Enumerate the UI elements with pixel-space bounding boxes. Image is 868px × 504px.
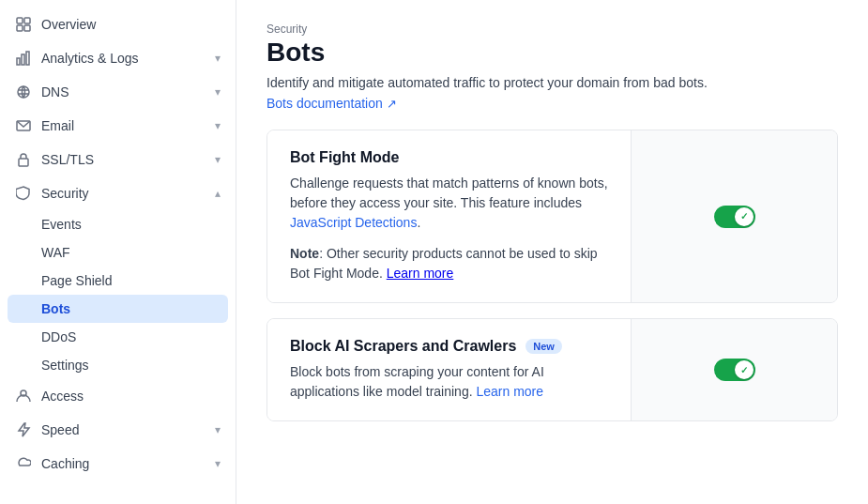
page-title: Bots	[266, 38, 838, 68]
sidebar-item-security[interactable]: Security ▴	[0, 176, 236, 210]
svg-rect-1	[24, 18, 30, 23]
sidebar-item-speed[interactable]: Speed ▾	[0, 413, 236, 447]
grid-icon	[15, 16, 32, 33]
chevron-down-icon: ▾	[215, 119, 221, 132]
bot-fight-mode-toggle[interactable]: ✓	[714, 206, 755, 228]
card-content: Bot Fight Mode Challenge requests that m…	[267, 130, 631, 302]
sidebar-item-label: Analytics & Logs	[41, 51, 206, 66]
card-toggle-area: ✓	[631, 130, 837, 302]
page-description: Identify and mitigate automated traffic …	[266, 75, 838, 90]
card-title: Block AI Scrapers and Crawlers New	[290, 338, 608, 355]
card-content: Block AI Scrapers and Crawlers New Block…	[267, 319, 631, 420]
bot-fight-mode-card: Bot Fight Mode Challenge requests that m…	[266, 130, 838, 303]
sidebar-item-dns[interactable]: DNS ▾	[0, 75, 236, 109]
sidebar-item-label: Caching	[41, 456, 206, 471]
check-icon: ✓	[740, 211, 748, 221]
page-section-label: Security	[266, 23, 838, 36]
new-badge: New	[525, 339, 562, 354]
svg-rect-5	[22, 54, 24, 65]
sidebar-subitem-events[interactable]: Events	[0, 210, 236, 238]
chevron-down-icon: ▾	[215, 457, 221, 470]
docs-link[interactable]: Bots documentation ↗	[266, 96, 397, 111]
doc-link-label: Bots documentation	[266, 96, 383, 111]
card-toggle-area: ✓	[631, 319, 837, 420]
toggle-knob: ✓	[735, 207, 754, 226]
sidebar-item-label: DNS	[41, 84, 206, 99]
sidebar-item-label: Security	[41, 186, 206, 201]
svg-rect-0	[17, 18, 23, 23]
sidebar-item-caching[interactable]: Caching ▾	[0, 447, 236, 481]
sidebar-item-label: Email	[41, 118, 206, 133]
shield-icon	[15, 185, 32, 202]
external-link-icon: ↗	[387, 97, 397, 111]
cloud-icon	[15, 455, 32, 472]
sidebar-item-label: SSL/TLS	[41, 152, 206, 167]
block-ai-scrapers-card: Block AI Scrapers and Crawlers New Block…	[266, 318, 838, 421]
chevron-down-icon: ▾	[215, 153, 221, 166]
sidebar-item-email[interactable]: Email ▾	[0, 109, 236, 143]
sidebar-item-label: Access	[41, 389, 221, 404]
chevron-down-icon: ▾	[215, 423, 221, 436]
learn-more-link[interactable]: Learn more	[387, 266, 454, 281]
chevron-down-icon: ▾	[215, 85, 221, 99]
learn-more-link[interactable]: Learn more	[476, 384, 543, 399]
lock-icon	[15, 151, 32, 168]
network-icon	[15, 84, 32, 100]
svg-rect-6	[26, 52, 29, 65]
svg-rect-9	[19, 159, 28, 166]
bolt-icon	[15, 421, 32, 438]
toggle-knob: ✓	[735, 360, 754, 379]
sidebar-item-overview[interactable]: Overview	[0, 8, 236, 41]
sidebar-subitem-ddos[interactable]: DDoS	[0, 323, 236, 351]
mail-icon	[15, 117, 32, 134]
main-content: Security Bots Identify and mitigate auto…	[236, 0, 868, 504]
sidebar-subitem-settings[interactable]: Settings	[0, 351, 236, 379]
sidebar-subitem-bots[interactable]: Bots	[8, 295, 228, 323]
card-body: Challenge requests that match patterns o…	[290, 174, 608, 233]
chevron-down-icon: ▾	[215, 52, 221, 65]
chevron-up-icon: ▴	[215, 187, 221, 200]
card-note: Note: Other security products cannot be …	[290, 244, 608, 283]
sidebar-subitem-page-shield[interactable]: Page Shield	[0, 267, 236, 295]
svg-point-7	[18, 86, 29, 98]
sidebar: Overview Analytics & Logs ▾ DNS ▾	[0, 0, 236, 504]
svg-rect-3	[24, 25, 30, 31]
sidebar-item-access[interactable]: Access	[0, 379, 236, 413]
card-title: Bot Fight Mode	[290, 149, 608, 166]
person-icon	[15, 388, 32, 405]
sidebar-item-label: Overview	[41, 17, 221, 32]
svg-rect-4	[17, 58, 20, 65]
svg-rect-2	[17, 25, 23, 31]
block-ai-scrapers-toggle[interactable]: ✓	[714, 359, 755, 381]
check-icon: ✓	[740, 365, 748, 375]
card-body: Block bots from scraping your content fo…	[290, 362, 608, 402]
sidebar-item-label: Speed	[41, 422, 206, 437]
bar-chart-icon	[15, 50, 32, 67]
sidebar-item-analytics[interactable]: Analytics & Logs ▾	[0, 41, 236, 75]
sidebar-subitem-waf[interactable]: WAF	[0, 238, 236, 267]
sidebar-item-ssl[interactable]: SSL/TLS ▾	[0, 143, 236, 176]
javascript-detections-link[interactable]: JavaScript Detections	[290, 215, 417, 230]
